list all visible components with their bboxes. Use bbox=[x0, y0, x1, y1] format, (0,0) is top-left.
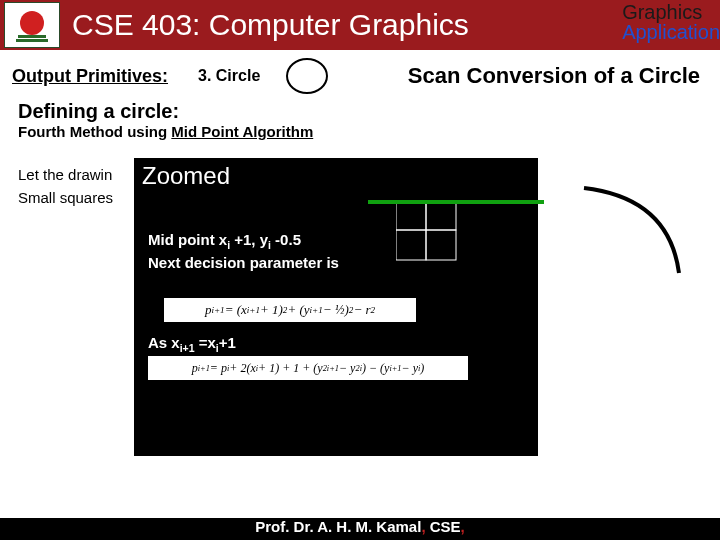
circle-icon bbox=[286, 58, 328, 94]
as-text: As xi+1 =xi+1 bbox=[148, 334, 236, 354]
output-primitives-label: Output Primitives: bbox=[12, 66, 168, 87]
svg-rect-2 bbox=[16, 39, 48, 42]
method-prefix: Fourth Method using bbox=[18, 123, 171, 140]
body-text: Let the drawin Small squares bbox=[18, 164, 113, 209]
svg-rect-6 bbox=[426, 230, 456, 260]
footer-bar: Prof. Dr. A. H. M. Kamal, CSE, bbox=[0, 518, 720, 540]
scan-conversion-title: Scan Conversion of a Circle bbox=[408, 63, 708, 89]
tangent-line bbox=[368, 200, 544, 204]
section-label: 3. Circle bbox=[198, 67, 260, 85]
body-line1: Let the drawin bbox=[18, 164, 113, 187]
label-t: T bbox=[552, 190, 564, 213]
zoom-title: Zoomed bbox=[142, 162, 230, 190]
arc-icon bbox=[574, 178, 704, 278]
svg-rect-5 bbox=[396, 230, 426, 260]
grid-icon bbox=[396, 200, 458, 262]
university-logo bbox=[4, 2, 60, 48]
svg-rect-4 bbox=[426, 200, 456, 230]
equation-2: pi+1 = pi + 2(xi + 1) + 1 + (y2i+1 − y2i… bbox=[148, 356, 468, 380]
body-line2: Small squares bbox=[18, 187, 113, 210]
svg-rect-3 bbox=[396, 200, 426, 230]
equation-1: pi+1 = (xi+1 + 1)2 + (yi+1 − ½)2 − r2 bbox=[164, 298, 416, 322]
corner-line2: Application bbox=[622, 22, 720, 42]
sub-header: Output Primitives: 3. Circle Scan Conver… bbox=[0, 50, 720, 98]
label-s: S bbox=[552, 250, 565, 273]
method-name: Mid Point Algorithm bbox=[171, 123, 313, 140]
defining-heading: Defining a circle: bbox=[0, 98, 720, 123]
title-bar: CSE 403: Computer Graphics Graphics Appl… bbox=[0, 0, 720, 50]
corner-line1: Graphics bbox=[622, 2, 720, 22]
corner-label: Graphics Application bbox=[622, 2, 720, 42]
footer-text: Prof. Dr. A. H. M. Kamal, CSE, bbox=[255, 518, 465, 535]
svg-rect-1 bbox=[18, 35, 46, 38]
zoomed-panel: Zoomed T S Mid point xi +1, yi -0.5 Next… bbox=[134, 158, 538, 456]
method-line: Fourth Method using Mid Point Algorithm bbox=[0, 123, 720, 144]
midpoint-text: Mid point xi +1, yi -0.5 Next decision p… bbox=[148, 230, 339, 272]
svg-point-0 bbox=[20, 11, 44, 35]
